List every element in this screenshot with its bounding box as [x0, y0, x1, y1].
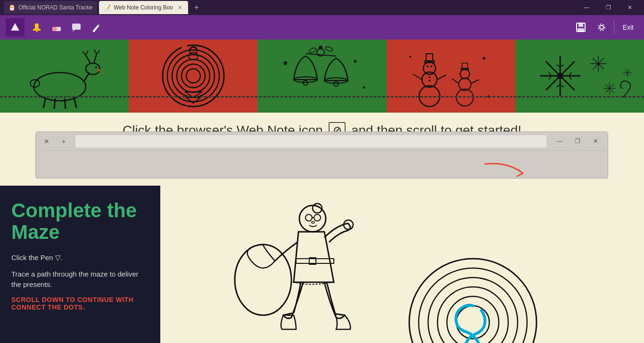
- svg-rect-42: [191, 48, 196, 50]
- fb-newtab-btn[interactable]: +: [57, 134, 71, 148]
- toolbar-logo-area: [6, 18, 25, 37]
- tab2-close-button[interactable]: ✕: [176, 4, 183, 11]
- svg-point-28: [95, 66, 97, 68]
- browser-titlebar: 🎅 Official NORAD Santa Tracke 📝 Web Note…: [0, 0, 644, 15]
- svg-marker-3: [35, 30, 39, 33]
- svg-text:★: ★: [353, 58, 358, 65]
- page-content: ★ ★ ★: [0, 40, 644, 343]
- bells-illustration: ★ ★ ★: [258, 42, 386, 110]
- svg-rect-5: [52, 27, 57, 31]
- fb-win-controls: — ❐ ✕: [551, 134, 604, 148]
- svg-rect-108: [296, 259, 334, 263]
- sidebar-panel: Complete the Maze Click the Pen ▽. Trace…: [0, 186, 160, 343]
- red-arrow-icon: [476, 159, 532, 188]
- svg-rect-36: [182, 44, 187, 48]
- sidebar-instruction1: Click the Pen ▽.: [11, 253, 149, 263]
- svg-point-49: [308, 47, 317, 54]
- svg-point-51: [319, 46, 322, 49]
- highlight-icon: [32, 22, 42, 33]
- eraser-tool-button[interactable]: [49, 20, 64, 35]
- svg-text:★: ★: [282, 59, 289, 67]
- exit-button[interactable]: Exit: [618, 21, 638, 34]
- svg-rect-70: [462, 63, 468, 69]
- svg-rect-59: [426, 54, 433, 61]
- fb-addressbar[interactable]: [75, 135, 546, 147]
- save-icon: [575, 22, 586, 33]
- maximize-button[interactable]: ❐: [598, 0, 619, 15]
- svg-rect-10: [578, 23, 583, 27]
- svg-point-20: [86, 63, 100, 74]
- reindeer-illustration: [13, 42, 116, 110]
- svg-marker-0: [11, 23, 19, 31]
- svg-point-50: [325, 46, 333, 52]
- main-image-area: [160, 186, 644, 343]
- svg-line-65: [437, 75, 446, 80]
- fb-close-btn[interactable]: ✕: [40, 134, 54, 148]
- minimize-button[interactable]: —: [576, 0, 597, 15]
- svg-line-22: [83, 51, 86, 55]
- logo-icon: [10, 22, 20, 33]
- snowflakes-illustration: [515, 42, 644, 110]
- sidebar-title: Complete the Maze: [11, 200, 149, 243]
- svg-point-35: [186, 69, 200, 83]
- pen-tool-button[interactable]: [89, 20, 104, 35]
- fb-minimize-btn[interactable]: —: [551, 134, 568, 148]
- banner-row: ★ ★ ★: [0, 40, 644, 113]
- svg-point-63: [429, 80, 430, 82]
- tab-webnote[interactable]: 📝 Web Note Coloring Boo ✕: [99, 1, 188, 14]
- highlight-tool-button[interactable]: [29, 20, 44, 35]
- svg-point-41: [189, 52, 198, 60]
- save-button[interactable]: [572, 19, 589, 36]
- settings-button[interactable]: [593, 19, 610, 36]
- svg-point-66: [456, 89, 473, 106]
- tab-norad[interactable]: 🎅 Official NORAD Santa Tracke: [4, 1, 97, 14]
- svg-marker-7: [72, 30, 75, 32]
- banner-reindeer: [0, 40, 129, 113]
- svg-line-25: [94, 49, 97, 54]
- tab2-label: Web Note Coloring Boo: [114, 4, 173, 11]
- toolbar-divider: [614, 21, 614, 34]
- svg-text:✦: ✦: [408, 54, 412, 59]
- svg-point-62: [429, 76, 430, 78]
- banner-bells: ★ ★ ★: [257, 40, 386, 113]
- svg-rect-11: [578, 28, 584, 31]
- eraser-icon: [51, 22, 62, 33]
- comment-tool-button[interactable]: [69, 20, 84, 35]
- new-tab-button[interactable]: +: [190, 1, 203, 14]
- fb-maximize-btn[interactable]: ❐: [569, 134, 586, 148]
- banner-snowmen: ✦ ✦ ✦: [387, 40, 515, 113]
- svg-text:★: ★: [362, 85, 366, 90]
- santa-maze-illustration: [223, 190, 581, 343]
- svg-point-34: [182, 64, 205, 88]
- svg-point-105: [314, 214, 321, 221]
- banner-snowflakes: [515, 40, 644, 113]
- fake-browser-overlay: ✕ + — ❐ ✕: [35, 131, 608, 179]
- svg-point-111: [235, 245, 291, 315]
- snowmen-illustration: ✦ ✦ ✦: [387, 42, 514, 110]
- svg-line-26: [97, 50, 100, 54]
- svg-line-24: [94, 54, 97, 64]
- svg-line-16: [54, 98, 55, 109]
- bottom-section: Complete the Maze Click the Pen ▽. Trace…: [0, 186, 644, 343]
- svg-line-18: [74, 98, 76, 108]
- banner-maze: [129, 40, 257, 113]
- svg-line-15: [43, 98, 46, 108]
- svg-point-60: [427, 65, 429, 67]
- fb-close-win-btn[interactable]: ✕: [587, 134, 604, 148]
- svg-line-23: [86, 50, 88, 55]
- sidebar-scroll-text: SCROLL DOWN TO CONTINUE WITH CONNECT THE…: [11, 296, 149, 311]
- fake-browser-titlebar: ✕ + — ❐ ✕: [36, 132, 608, 151]
- settings-icon: [596, 22, 607, 33]
- dashed-divider: [0, 96, 644, 98]
- svg-line-64: [413, 74, 422, 80]
- svg-line-21: [86, 55, 91, 64]
- close-button[interactable]: ✕: [619, 0, 640, 15]
- svg-line-17: [65, 98, 66, 109]
- toolbar-right-controls: Exit: [572, 19, 638, 36]
- svg-point-107: [312, 221, 314, 223]
- window-controls: — ❐ ✕: [576, 0, 640, 15]
- pen-icon: [91, 22, 101, 33]
- svg-text:✦: ✦: [481, 55, 487, 62]
- tab1-favicon: 🎅: [8, 4, 16, 11]
- svg-point-32: [172, 55, 215, 97]
